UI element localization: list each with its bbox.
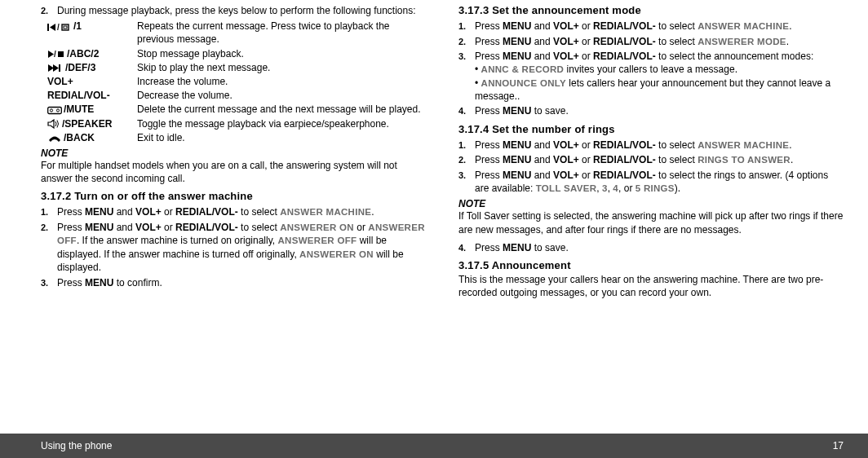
key-label: /BACK xyxy=(47,131,137,144)
list-number: 1. xyxy=(458,139,475,152)
key-desc: Stop message playback. xyxy=(137,47,426,60)
svg-marker-14 xyxy=(48,120,54,128)
key-label: / /1 xyxy=(47,20,137,46)
key-text: /BACK xyxy=(64,131,95,144)
section-3175-heading: 3.17.5 Announcement xyxy=(458,259,844,271)
list-body: Press MENU and VOL+ or REDIAL/VOL- to se… xyxy=(475,35,844,49)
list-number: 3. xyxy=(458,50,475,103)
key-row-volup: VOL+ Increase the volume. xyxy=(47,75,426,88)
list-body: Press MENU and VOL+ or REDIAL/VOL- to se… xyxy=(475,50,844,103)
list-body: Press MENU and VOL+ or REDIAL/VOL- to se… xyxy=(475,153,844,167)
list-body: Press MENU and VOL+ or REDIAL/VOL- to se… xyxy=(57,205,426,219)
list-body: Press MENU to save. xyxy=(475,104,844,117)
s3172-step3: 3. Press MENU to confirm. xyxy=(41,276,426,289)
svg-marker-1 xyxy=(50,24,55,31)
list-body: Press MENU to save. xyxy=(475,241,844,254)
svg-marker-9 xyxy=(53,64,59,72)
key-label: REDIAL/VOL- xyxy=(47,89,137,102)
playback-intro: 2. During message playback, press the ke… xyxy=(41,4,426,17)
svg-point-13 xyxy=(56,109,59,112)
list-number: 4. xyxy=(458,241,475,254)
svg-rect-10 xyxy=(59,64,60,72)
footer-page-number: 17 xyxy=(833,440,844,451)
s3174-step4: 4. Press MENU to save. xyxy=(458,241,844,254)
key-text: /DEF/3 xyxy=(65,61,95,74)
note-body: For multiple handset models when you are… xyxy=(41,159,426,185)
hangup-icon xyxy=(47,131,62,144)
key-text: /MUTE xyxy=(64,103,94,116)
svg-text:/: / xyxy=(54,50,56,59)
svg-rect-7 xyxy=(58,51,64,57)
list-number: 2. xyxy=(41,4,57,17)
list-number: 3. xyxy=(41,276,57,289)
key-text: /SPEAKER xyxy=(62,117,112,130)
key-desc: Repeats the current message. Press twice… xyxy=(137,20,426,46)
svg-marker-8 xyxy=(48,64,54,72)
list-body: Press MENU and VOL+ or REDIAL/VOL- to se… xyxy=(475,169,844,196)
list-number: 2. xyxy=(458,35,475,49)
section-3174-heading: 3.17.4 Set the number of rings xyxy=(458,123,844,135)
list-number: 4. xyxy=(458,104,475,117)
key-desc: Increase the volume. xyxy=(137,75,426,88)
right-column: 3.17.3 Set the announcement mode 1. Pres… xyxy=(458,4,844,414)
s3172-step1: 1. Press MENU and VOL+ or REDIAL/VOL- to… xyxy=(41,205,426,219)
s3173-step2: 2. Press MENU and VOL+ or REDIAL/VOL- to… xyxy=(458,35,844,49)
note-heading: NOTE xyxy=(41,148,426,159)
key-label: /MUTE xyxy=(47,103,137,116)
list-body: Press MENU and VOL+ or REDIAL/VOL- to se… xyxy=(475,20,844,33)
prev-pause-icon: / xyxy=(47,20,72,33)
key-desc: Delete the current message and the next … xyxy=(137,103,426,116)
list-number: 3. xyxy=(458,169,475,196)
key-desc: Exit to idle. xyxy=(137,131,426,144)
svg-marker-5 xyxy=(48,51,54,58)
page-footer: Using the phone 17 xyxy=(0,434,868,458)
key-desc: Decrease the volume. xyxy=(137,89,426,102)
key-label: /SPEAKER xyxy=(47,117,137,130)
list-body: During message playback, press the keys … xyxy=(57,4,426,17)
list-number: 1. xyxy=(41,205,57,219)
key-label: VOL+ xyxy=(47,75,137,88)
s3174-step2: 2. Press MENU and VOL+ or REDIAL/VOL- to… xyxy=(458,153,844,167)
svg-rect-3 xyxy=(62,24,69,30)
key-row-voldown: REDIAL/VOL- Decrease the volume. xyxy=(47,89,426,102)
next-icon xyxy=(47,61,64,74)
key-row-back: /BACK Exit to idle. xyxy=(47,131,426,144)
list-body: Press MENU and VOL+ or REDIAL/VOL- to se… xyxy=(475,139,844,152)
key-row-stop: / /ABC/2 Stop message playback. xyxy=(47,47,426,60)
play-stop-icon: / xyxy=(47,47,65,60)
list-body: Press MENU to confirm. xyxy=(57,276,426,289)
key-label: /DEF/3 xyxy=(47,61,137,74)
key-desc: Toggle the message playback via earpiece… xyxy=(137,117,426,130)
speaker-icon xyxy=(47,117,60,130)
key-row-speaker: /SPEAKER Toggle the message playback via… xyxy=(47,117,426,130)
list-number: 1. xyxy=(458,20,475,33)
bullet-announce-only: • ANNOUNCE ONLY lets callers hear your a… xyxy=(475,77,844,103)
s3173-step4: 4. Press MENU to save. xyxy=(458,104,844,117)
key-text: /ABC/2 xyxy=(67,47,99,60)
s3175-body: This is the message your callers hear on… xyxy=(458,273,844,299)
list-body: Press MENU and VOL+ or REDIAL/VOL- to se… xyxy=(57,221,426,275)
key-row-repeat: / /1 Repeats the current message. Press … xyxy=(47,20,426,46)
s3174-step1: 1. Press MENU and VOL+ or REDIAL/VOL- to… xyxy=(458,139,844,152)
list-number: 2. xyxy=(41,221,57,275)
s3172-step2: 2. Press MENU and VOL+ or REDIAL/VOL- to… xyxy=(41,221,426,275)
section-3172-heading: 3.17.2 Turn on or off the answer machine xyxy=(41,190,426,202)
note-heading: NOTE xyxy=(458,198,844,209)
note-body: If Toll Saver setting is selected, the a… xyxy=(458,209,844,236)
key-row-skip: /DEF/3 Skip to play the next message. xyxy=(47,61,426,74)
footer-title: Using the phone xyxy=(41,440,112,451)
s3173-step3: 3. Press MENU and VOL+ or REDIAL/VOL- to… xyxy=(458,50,844,103)
svg-rect-4 xyxy=(64,26,67,29)
svg-text:/: / xyxy=(57,23,60,32)
key-desc: Skip to play the next message. xyxy=(137,61,426,74)
key-table: / /1 Repeats the current message. Press … xyxy=(47,20,426,144)
bullet-annc-record: • ANNC & RECORD invites your callers to … xyxy=(475,63,844,77)
svg-rect-0 xyxy=(47,24,49,31)
key-text: /1 xyxy=(73,20,82,33)
key-label: / /ABC/2 xyxy=(47,47,137,60)
svg-point-12 xyxy=(50,109,52,112)
key-row-mute: /MUTE Delete the current message and the… xyxy=(47,103,426,116)
tape-icon xyxy=(47,103,62,116)
s3173-step1: 1. Press MENU and VOL+ or REDIAL/VOL- to… xyxy=(458,20,844,33)
left-column: 2. During message playback, press the ke… xyxy=(41,4,426,414)
